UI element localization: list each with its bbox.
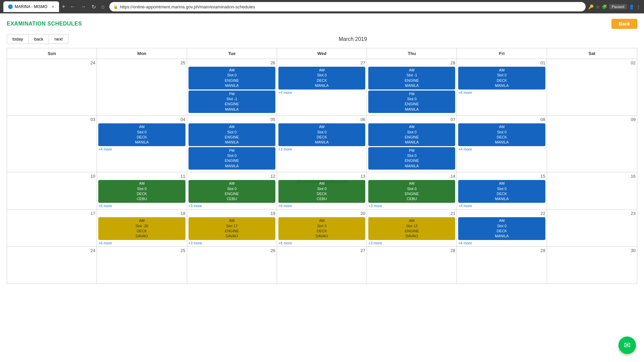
header-fri: Fri xyxy=(457,48,547,59)
event-card[interactable]: AMSlot -1ENGINEMANILA xyxy=(368,67,455,89)
header-tue: Tue xyxy=(187,48,277,59)
event-card[interactable]: AMSlot 0DECKMANILA xyxy=(458,123,545,146)
day-number: 21 xyxy=(368,211,455,216)
event-card[interactable]: AMSlot 13ENGINEDAVAO xyxy=(368,217,455,240)
event-card[interactable]: AMSlot 0DECKMANILA xyxy=(278,67,365,89)
more-events-link[interactable]: +3 more xyxy=(189,241,275,245)
event-card[interactable]: AMSlot -30DECKDAVAO xyxy=(98,217,185,240)
more-events-link[interactable]: +3 more xyxy=(368,204,455,208)
new-tab-btn[interactable]: + xyxy=(62,3,65,10)
next-nav-button[interactable]: next xyxy=(49,34,68,44)
header-sat: Sat xyxy=(547,48,637,59)
calendar-cell: 28 xyxy=(367,247,457,284)
browser-chrome: MARINA - MISMO ✕ + ← → ↻ ⌂ 🔒 https://onl… xyxy=(0,0,644,13)
chat-fab[interactable]: ✉ xyxy=(619,337,636,354)
calendar-cell: 03 xyxy=(7,116,97,172)
day-number: 17 xyxy=(8,211,95,216)
event-card[interactable]: AMSlot 0DECKMANILA xyxy=(98,123,185,146)
browser-tab[interactable]: MARINA - MISMO ✕ xyxy=(3,1,59,12)
lock-icon: 🔒 xyxy=(113,5,118,9)
nav-controls: ← → ↻ ⌂ xyxy=(68,2,107,11)
calendar-cell: 13AMSlot 0DECKCEBU+6 more xyxy=(277,172,367,209)
paused-badge: Paused xyxy=(609,4,627,9)
more-events-link[interactable]: +3 more xyxy=(189,204,275,208)
nav-forward-btn[interactable]: → xyxy=(79,2,88,11)
more-events-link[interactable]: +3 more xyxy=(278,147,365,151)
event-card[interactable]: AMSlot 0DECKMANILA xyxy=(458,217,545,240)
event-card[interactable]: AMSlot 0DECKCEBU xyxy=(98,180,185,203)
calendar-row: 242526AMSlot 0ENGINEMANILAPMSlot -1ENGIN… xyxy=(7,59,637,116)
day-number: 02 xyxy=(548,60,636,65)
event-card[interactable]: PMSlot 0ENGINEMANILA xyxy=(368,147,455,170)
day-number: 04 xyxy=(98,117,185,122)
browser-actions: 🔑 ☆ 🧩 Paused 👤 ⋮ xyxy=(588,4,641,9)
more-events-link[interactable]: +6 more xyxy=(98,241,185,245)
day-number: 25 xyxy=(98,60,185,65)
event-card[interactable]: AMSlot 0ENGINEMANILA xyxy=(368,123,455,146)
url-bar[interactable]: 🔒 https://online-appointment.marina.gov.… xyxy=(109,2,586,11)
calendar-body: 242526AMSlot 0ENGINEMANILAPMSlot -1ENGIN… xyxy=(7,59,637,284)
event-card[interactable]: AMSlot 17ENGINEDAVAO xyxy=(189,217,275,240)
calendar-cell: 10 xyxy=(7,172,97,209)
calendar-row: 1011AMSlot 0DECKCEBU+6 more12AMSlot 0ENG… xyxy=(7,172,637,209)
tab-close-btn[interactable]: ✕ xyxy=(51,5,54,9)
today-button[interactable]: today xyxy=(7,34,29,44)
more-events-link[interactable]: +3 more xyxy=(368,241,455,245)
event-card[interactable]: AMSlot 0ENGINEMANILA xyxy=(189,67,275,89)
nav-refresh-btn[interactable]: ↻ xyxy=(90,2,98,11)
calendar-cell: 01AMSlot 0DECKMANILA+4 more xyxy=(457,59,547,115)
calendar-cell: 11AMSlot 0DECKCEBU+6 more xyxy=(97,172,187,209)
day-number: 15 xyxy=(458,174,545,179)
more-events-link[interactable]: +4 more xyxy=(458,241,545,245)
more-events-link[interactable]: +4 more xyxy=(458,204,545,208)
more-events-link[interactable]: +6 more xyxy=(278,241,365,245)
day-number: 30 xyxy=(548,248,636,253)
event-card[interactable]: AMSlot 0ENGINECEBU xyxy=(368,180,455,203)
calendar-cell: 27AMSlot 0DECKMANILA+4 more xyxy=(277,59,367,115)
more-events-link[interactable]: +6 more xyxy=(278,204,365,208)
page-content: EXAMINATION SCHEDULES Back today back ne… xyxy=(0,13,644,362)
day-number: 22 xyxy=(458,211,545,216)
event-card[interactable]: AMSlot 0DECKMANILA xyxy=(458,67,545,89)
event-card[interactable]: AMSlot 5DECKDAVAO xyxy=(278,217,365,240)
back-nav-button[interactable]: back xyxy=(29,34,49,44)
event-card[interactable]: AMSlot 0DECKCEBU xyxy=(278,180,365,203)
calendar-header: Sun Mon Tue Wed Thu Fri Sat xyxy=(7,48,637,59)
calendar-cell: 06AMSlot 0DECKMANILA+3 more xyxy=(277,116,367,172)
calendar: Sun Mon Tue Wed Thu Fri Sat 242526AMSlot… xyxy=(7,48,637,284)
tab-title: MARINA - MISMO xyxy=(15,4,47,9)
event-card[interactable]: AMSlot 0ENGINEMANILA xyxy=(189,123,275,146)
calendar-cell: 22AMSlot 0DECKMANILA+4 more xyxy=(457,209,547,246)
day-number: 23 xyxy=(548,211,636,216)
event-card[interactable]: AMSlot 0ENGINECEBU xyxy=(189,180,275,203)
more-events-link[interactable]: +4 more xyxy=(278,90,365,95)
day-number: 18 xyxy=(98,211,185,216)
extension-icon: 🧩 xyxy=(602,4,607,9)
back-button[interactable]: Back xyxy=(611,19,637,29)
calendar-cell: 28AMSlot -1ENGINEMANILAPMSlot 0ENGINEMAN… xyxy=(367,59,457,115)
event-card[interactable]: PMSlot 0ENGINEMANILA xyxy=(189,147,275,170)
day-number: 10 xyxy=(8,174,95,179)
day-number: 05 xyxy=(189,117,275,122)
calendar-cell: 24 xyxy=(7,247,97,284)
event-card[interactable]: PMSlot 0ENGINEMANILA xyxy=(368,90,455,113)
calendar-cell: 27 xyxy=(277,247,367,284)
day-number: 20 xyxy=(278,211,365,216)
nav-back-btn[interactable]: ← xyxy=(68,2,77,11)
day-number: 25 xyxy=(98,248,185,253)
header-sun: Sun xyxy=(7,48,97,59)
nav-home-btn[interactable]: ⌂ xyxy=(99,2,107,11)
more-events-link[interactable]: +4 more xyxy=(98,147,185,151)
more-events-link[interactable]: +4 more xyxy=(458,147,545,151)
calendar-row: 0304AMSlot 0DECKMANILA+4 more05AMSlot 0E… xyxy=(7,116,637,172)
event-card[interactable]: PMSlot -1ENGINEMANILA xyxy=(189,90,275,113)
more-events-link[interactable]: +4 more xyxy=(458,90,545,95)
event-card[interactable]: AMSlot 0DECKMANILA xyxy=(278,123,365,146)
event-card[interactable]: AMSlot 0DECKMANILA xyxy=(458,180,545,203)
day-number: 03 xyxy=(8,117,95,122)
tab-favicon xyxy=(8,4,13,9)
day-number: 24 xyxy=(8,248,95,253)
day-number: 28 xyxy=(368,60,455,65)
more-events-link[interactable]: +6 more xyxy=(98,204,185,208)
calendar-cell: 21AMSlot 13ENGINEDAVAO+3 more xyxy=(367,209,457,246)
